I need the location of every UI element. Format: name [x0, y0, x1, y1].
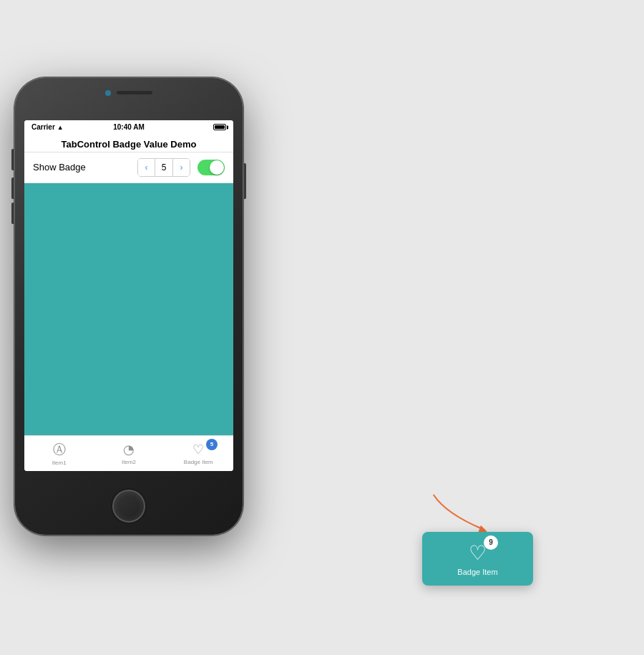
heart-icon: ♡ — [192, 442, 204, 457]
tab-badge-count: 5 — [206, 439, 218, 450]
phone-top — [79, 86, 179, 100]
toggle-switch[interactable] — [197, 160, 225, 175]
tab-item-item2[interactable]: ◔ Item2 — [94, 436, 163, 471]
person-icon: Ⓐ — [53, 441, 66, 458]
stepper-value: 5 — [155, 162, 172, 173]
tab-item-item1[interactable]: Ⓐ Item1 — [24, 436, 94, 471]
speaker-bar — [117, 91, 152, 94]
show-badge-label: Show Badge — [33, 162, 130, 173]
scene: Carrier ▲ 10:40 AM TabControl Badge Valu… — [72, 42, 572, 614]
status-time: 10:40 AM — [113, 123, 145, 131]
stepper-decrement-button[interactable]: ‹ — [138, 158, 155, 177]
tab-label-item2: Item2 — [122, 459, 136, 465]
battery-icon — [213, 124, 226, 130]
status-right — [213, 124, 226, 130]
camera-dot — [105, 90, 111, 96]
toggle-knob — [210, 160, 224, 175]
phone-shell: Carrier ▲ 10:40 AM TabControl Badge Valu… — [14, 77, 243, 535]
wifi-icon: ▲ — [57, 124, 64, 131]
tab-item-badge[interactable]: 5 ♡ Badge Item — [164, 436, 233, 471]
clock-icon: ◔ — [123, 442, 135, 457]
carrier-label: Carrier — [31, 123, 55, 131]
nav-title: TabControl Badge Value Demo — [61, 139, 196, 150]
zoom-badge-count: 9 — [484, 535, 498, 550]
phone-screen: Carrier ▲ 10:40 AM TabControl Badge Valu… — [24, 120, 233, 471]
stepper-increment-button[interactable]: › — [172, 158, 190, 177]
controls-row: Show Badge ‹ 5 › — [24, 152, 233, 183]
zoom-badge-label: Badge Item — [457, 568, 497, 576]
tab-bar: Ⓐ Item1 ◔ Item2 5 ♡ Badge Item — [24, 435, 233, 471]
tab-label-item1: Item1 — [52, 460, 67, 466]
main-content — [24, 183, 233, 435]
zoom-icon-wrapper: ♡ 9 — [469, 541, 487, 565]
status-bar: Carrier ▲ 10:40 AM — [24, 120, 233, 135]
badge-item-zoom-card: ♡ 9 Badge Item — [422, 532, 533, 586]
tab-label-badge: Badge Item — [184, 459, 213, 465]
battery-fill — [215, 125, 225, 129]
stepper[interactable]: ‹ 5 › — [137, 158, 190, 177]
status-left: Carrier ▲ — [31, 123, 64, 131]
home-button[interactable] — [112, 490, 145, 523]
nav-bar: TabControl Badge Value Demo — [24, 135, 233, 152]
